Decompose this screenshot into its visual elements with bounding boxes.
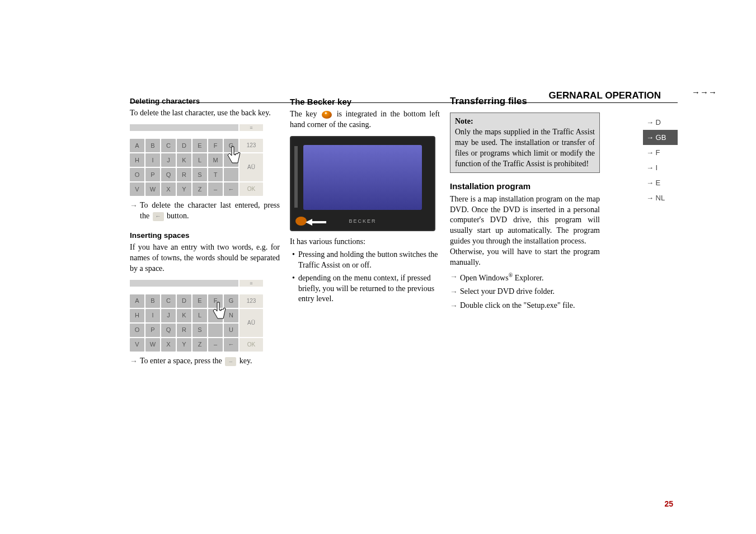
- key[interactable]: X: [161, 182, 176, 196]
- key[interactable]: L: [192, 309, 207, 322]
- kbd-top-list-icon: ≡: [240, 280, 263, 287]
- sidebar-item-f[interactable]: → F: [643, 145, 678, 160]
- key-ok[interactable]: OK: [240, 338, 263, 352]
- key[interactable]: J: [161, 153, 176, 167]
- key[interactable]: R: [177, 324, 191, 337]
- heading-inserting: Inserting spaces: [130, 231, 280, 241]
- bullet-icon: •: [292, 250, 295, 271]
- key-space[interactable]: –: [208, 338, 223, 352]
- kbd-top-list-icon: ≡: [240, 124, 263, 131]
- key[interactable]: –: [208, 182, 223, 196]
- key-back[interactable]: ←: [224, 338, 238, 352]
- key[interactable]: A: [130, 294, 144, 308]
- step3-text: Double click on the "Setup.exe" file.: [460, 301, 575, 311]
- key[interactable]: W: [145, 338, 160, 352]
- bullet-1-text: Pressing and holding the button switches…: [298, 250, 440, 271]
- kbd-topbar: [130, 280, 238, 287]
- key[interactable]: Z: [192, 338, 207, 352]
- step-open-explorer: → Open Windows® Explorer.: [450, 271, 600, 284]
- key[interactable]: B: [145, 139, 160, 152]
- text-deleting: To delete the last character, use the ba…: [130, 108, 280, 119]
- key[interactable]: I: [145, 309, 160, 322]
- key[interactable]: S: [192, 168, 207, 181]
- key[interactable]: D: [177, 139, 191, 152]
- key[interactable]: A: [130, 139, 144, 152]
- sidebar-item-e[interactable]: → E: [643, 175, 678, 190]
- sidebar-item-nl[interactable]: → NL: [643, 190, 678, 205]
- key-123[interactable]: 123: [240, 139, 263, 152]
- key[interactable]: T: [208, 168, 223, 181]
- key[interactable]: F: [208, 139, 223, 152]
- key[interactable]: K: [177, 309, 191, 322]
- key[interactable]: Z: [192, 182, 207, 196]
- key[interactable]: [224, 168, 238, 181]
- key[interactable]: Q: [161, 324, 176, 337]
- sidebar-item-gb[interactable]: → GB: [643, 130, 678, 145]
- sidebar-item-d[interactable]: → D: [643, 115, 678, 130]
- key[interactable]: P: [145, 324, 160, 337]
- key[interactable]: I: [145, 153, 160, 167]
- step2-text: Select your DVD drive folder.: [460, 287, 555, 297]
- device-photo: BECKER: [290, 136, 435, 231]
- arrow-icon: →: [130, 200, 138, 222]
- hand-pointer-icon: [209, 300, 227, 322]
- key[interactable]: Y: [177, 182, 191, 196]
- key[interactable]: C: [161, 294, 176, 308]
- arrow-icon: →: [450, 301, 458, 311]
- key[interactable]: R: [177, 168, 191, 181]
- key[interactable]: D: [177, 294, 191, 308]
- key-ok[interactable]: OK: [240, 182, 263, 196]
- bullet-icon: •: [292, 273, 295, 305]
- header-arrows: →→→: [692, 87, 717, 97]
- key[interactable]: J: [161, 309, 176, 322]
- key[interactable]: C: [161, 139, 176, 152]
- key[interactable]: O: [130, 168, 144, 181]
- device-screen: [303, 145, 422, 210]
- key[interactable]: [208, 324, 223, 337]
- key[interactable]: H: [130, 153, 144, 167]
- install-text: There is a map installation program on t…: [450, 194, 600, 247]
- becker-key-callout: [295, 217, 307, 226]
- key-au[interactable]: AÜ: [240, 309, 263, 337]
- arrow-pointer-icon: [306, 219, 328, 226]
- key[interactable]: K: [177, 153, 191, 167]
- note-box: Note: Only the maps supplied in the Traf…: [450, 113, 600, 173]
- key[interactable]: L: [192, 153, 207, 167]
- step-space-text: To enter a space, press the: [140, 357, 224, 365]
- note-label: Note:: [455, 116, 595, 127]
- key[interactable]: M: [208, 153, 223, 167]
- key[interactable]: E: [192, 294, 207, 308]
- key[interactable]: S: [192, 324, 207, 337]
- key[interactable]: Y: [177, 338, 191, 352]
- bullet-2-text: depending on the menu context, if presse…: [298, 273, 440, 305]
- text-inserting: If you have an entry with two words, e.g…: [130, 242, 280, 274]
- key[interactable]: U: [224, 324, 238, 337]
- keyboard-1: ≡ A B C D E F G 123 H I J K L M AÜ O P Q…: [130, 124, 280, 196]
- key-au[interactable]: AÜ: [240, 153, 263, 181]
- key[interactable]: Q: [161, 168, 176, 181]
- key[interactable]: P: [145, 168, 160, 181]
- column-2: The Becker key The key is integrated in …: [290, 95, 440, 367]
- step-space: → To enter a space, press the – key.: [130, 356, 280, 367]
- step-delete: → To delete the character last entered, …: [130, 200, 280, 222]
- becker-key-icon: [322, 111, 332, 119]
- key[interactable]: X: [161, 338, 176, 352]
- key[interactable]: W: [145, 182, 160, 196]
- key[interactable]: O: [130, 324, 144, 337]
- key[interactable]: B: [145, 294, 160, 308]
- page-number: 25: [664, 499, 673, 508]
- key-back[interactable]: ←: [224, 182, 238, 196]
- space-button-icon: –: [225, 357, 236, 366]
- back-button-icon: ←: [153, 212, 164, 221]
- key[interactable]: V: [130, 182, 144, 196]
- key[interactable]: E: [192, 139, 207, 152]
- arrow-icon: →: [130, 356, 138, 367]
- note-text: Only the maps supplied in the Traffic As…: [455, 128, 595, 168]
- bullet-2: • depending on the menu context, if pres…: [290, 273, 440, 305]
- arrow-icon: →: [450, 271, 458, 284]
- key[interactable]: H: [130, 309, 144, 322]
- key-123[interactable]: 123: [240, 294, 263, 308]
- column-1: Deleting characters To delete the last c…: [130, 95, 280, 367]
- sidebar-item-i[interactable]: → I: [643, 160, 678, 175]
- key[interactable]: V: [130, 338, 144, 352]
